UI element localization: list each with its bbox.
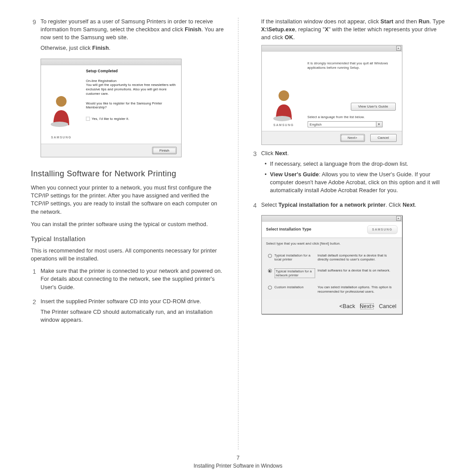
section-heading: Installing Software for Network Printing <box>31 168 225 179</box>
brand-logo: SAMSUNG <box>367 225 397 234</box>
person-icon <box>271 88 297 123</box>
finish-label: Finish <box>185 26 201 33</box>
step-number: 1 <box>31 267 41 294</box>
option-label: Typical installation for a local printer <box>275 253 315 261</box>
svg-point-0 <box>56 96 67 107</box>
bullet-text: If necessary, select a language from the… <box>270 160 446 168</box>
text: Otherwise, just click <box>41 45 92 51</box>
page-footer: 7 Installing Printer Software in Windows <box>0 455 476 469</box>
close-icon[interactable]: × <box>396 216 401 221</box>
continuation-paragraph: If the installation window does not appe… <box>261 18 446 41</box>
footer-title: Installing Printer Software in Windows <box>0 463 476 469</box>
svg-point-1 <box>51 122 68 127</box>
option-label: Typical installation for a network print… <box>275 268 315 278</box>
next-label: Next <box>275 150 287 156</box>
language-select-dialog: × SAMSUNG It is strongly recommended tha… <box>261 45 402 145</box>
radio-icon[interactable] <box>268 254 272 258</box>
cancel-button[interactable]: Cancel <box>379 302 397 310</box>
installation-type-dialog: × Select Installation Type SAMSUNG Selec… <box>261 215 402 315</box>
typical-description: This is recommended for most users. All … <box>31 247 225 263</box>
svg-point-2 <box>279 90 289 101</box>
run-label: Run <box>419 19 430 25</box>
dialog-sidebar: SAMSUNG <box>41 65 82 144</box>
finish-button[interactable]: Finish <box>152 147 177 155</box>
dialog-title: Setup Completed <box>86 69 177 74</box>
register-checkbox-label: Yes, I'd like to register it. <box>92 117 129 121</box>
right-column: If the installation window does not appe… <box>238 18 459 450</box>
chevron-down-icon[interactable]: ▾ <box>376 122 382 127</box>
typical-network-label: Typical installation for a network print… <box>279 202 386 208</box>
bullet-icon: • <box>265 160 270 168</box>
option-description: Install default components for a device … <box>318 253 396 262</box>
radio-icon[interactable] <box>268 269 272 273</box>
cancel-button[interactable]: Cancel <box>370 134 397 142</box>
language-select[interactable]: English ▾ <box>308 121 383 127</box>
start-label: Start <box>380 19 393 25</box>
step-2: 2 Insert the supplied Printer software C… <box>31 298 225 327</box>
text: and then <box>394 19 419 25</box>
page-number: 7 <box>0 455 476 461</box>
registration-title: On-line Registration <box>86 79 177 83</box>
step-number: 4 <box>252 201 261 212</box>
svg-point-3 <box>273 116 291 121</box>
dialog-titlebar: × <box>262 45 402 52</box>
next-label: Next <box>402 202 415 208</box>
bullet-item: • If necessary, select a language from t… <box>265 160 446 168</box>
step-body: To register yourself as a user of Samsun… <box>41 18 225 55</box>
left-column: 9 To register yourself as a user of Sams… <box>18 18 238 450</box>
setup-path: X:\Setup.exe <box>261 26 295 33</box>
step-text: Make sure that the printer is connected … <box>41 267 225 291</box>
step-3: 3 Click Next. • If necessary, select a l… <box>252 149 446 197</box>
text: . <box>415 202 416 208</box>
brand-logo: SAMSUNG <box>273 123 294 127</box>
option-custom[interactable]: Custom installation You can select insta… <box>266 282 398 297</box>
dialog-titlebar: × <box>262 216 402 222</box>
view-users-guide-button[interactable]: View User's Guide <box>351 103 396 111</box>
option-network-printer[interactable]: Typical installation for a network print… <box>266 265 398 282</box>
bullet-item: • View User's Guide: Allows you to view … <box>265 171 446 194</box>
brand-logo: SAMSUNG <box>51 135 71 140</box>
finish-label: Finish <box>92 45 109 51</box>
language-value: English <box>310 122 322 127</box>
recommendation-text: It is strongly recommended that you quit… <box>308 61 396 70</box>
setup-completed-dialog: SAMSUNG Setup Completed On-line Registra… <box>41 59 182 158</box>
text: Click <box>261 150 275 156</box>
subsection-heading: Typical Installation <box>31 234 225 243</box>
step-text: The Printer software CD should automatic… <box>41 308 225 324</box>
step-9: 9 To register yourself as a user of Sams… <box>31 18 225 55</box>
step-number: 9 <box>31 18 41 55</box>
view-users-guide-label: View User's Guide <box>270 171 319 178</box>
text: . Click <box>386 202 403 208</box>
registration-text: You will get the opportunity to receive … <box>86 83 177 96</box>
option-label: Custom installation <box>275 285 315 289</box>
option-description: You can select installation options. Thi… <box>318 285 396 294</box>
dialog-content: Setup Completed On-line Registration You… <box>82 65 181 144</box>
dialog-sidebar: SAMSUNG <box>262 52 306 131</box>
next-button[interactable]: Next> <box>340 134 365 142</box>
next-button[interactable]: Next> <box>360 302 375 310</box>
dialog-titlebar <box>41 59 181 65</box>
text: . <box>287 150 289 156</box>
register-checkbox[interactable] <box>86 117 90 121</box>
option-local-printer[interactable]: Typical installation for a local printer… <box>266 250 398 265</box>
text: , replacing " <box>295 26 325 33</box>
text: Select <box>261 202 279 208</box>
radio-icon[interactable] <box>268 286 272 290</box>
back-button[interactable]: <Back <box>339 302 355 310</box>
text: . <box>109 45 111 51</box>
bullet-icon: • <box>265 171 270 194</box>
step-1: 1 Make sure that the printer is connecte… <box>31 267 225 294</box>
close-icon[interactable]: × <box>396 46 401 51</box>
language-label: Select a language from the list below. <box>308 115 396 120</box>
membership-question: Would you like to register for the Samsu… <box>86 101 177 110</box>
text: . Type <box>429 19 445 25</box>
option-description: Install softwares for a device that is o… <box>318 268 396 272</box>
step-4: 4 Select Typical installation for a netw… <box>252 201 446 212</box>
instruction-text: Select type that you want and click [Nex… <box>266 242 398 246</box>
step-number: 3 <box>252 149 261 197</box>
ok-label: OK <box>285 34 293 41</box>
dialog-header-title: Select Installation Type <box>266 227 312 232</box>
intro-paragraph: You can install the printer software usi… <box>31 220 225 228</box>
intro-paragraph: When you connect your printer to a netwo… <box>31 184 225 216</box>
person-icon <box>48 93 74 129</box>
